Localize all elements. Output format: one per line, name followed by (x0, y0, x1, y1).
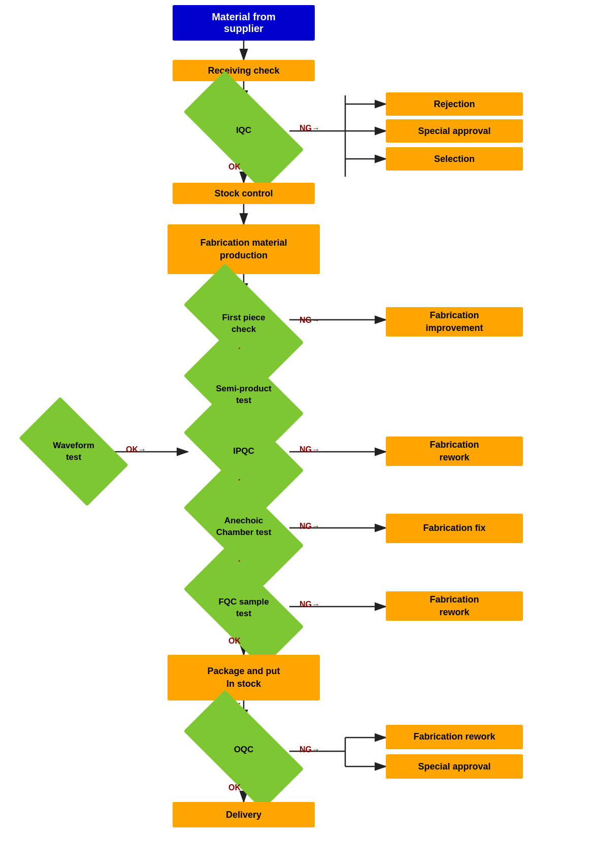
package-label: Package and putIn stock (207, 665, 280, 690)
material-from-supplier-box: Material from supplier (173, 5, 315, 41)
iqc-diamond: IQC (188, 102, 300, 160)
oqc-ok-label: OK (228, 783, 241, 792)
first-piece-ng-label: NG→ (300, 316, 320, 325)
receiving-check-label: Receiving check (208, 65, 279, 76)
special-approval-oqc-label: Special approval (418, 761, 490, 772)
receiving-check-box: Receiving check (173, 60, 315, 81)
waveform-ok-label: OK→ (126, 445, 146, 454)
rejection-label: Rejection (434, 99, 475, 110)
oqc-label: OQC (234, 744, 254, 755)
fabrication-material-box: Fabrication materialproduction (168, 224, 320, 274)
fqc-sample-test-diamond: FQC sampletest (188, 579, 300, 637)
first-piece-check-label: First piececheck (222, 312, 265, 335)
first-piece-check-diamond: First piececheck (188, 294, 300, 353)
material-from-supplier-label: Material from supplier (212, 11, 276, 35)
oqc-diamond: OQC (188, 721, 300, 779)
fqc-sample-test-label: FQC sampletest (218, 596, 269, 619)
fabrication-material-label: Fabrication materialproduction (200, 237, 287, 262)
fabrication-rework-ipqc-box: Fabricationrework (386, 437, 523, 466)
stock-control-box: Stock control (173, 183, 315, 204)
waveform-test-diamond: Waveformtest (25, 422, 122, 481)
fabrication-fix-label: Fabrication fix (423, 522, 485, 535)
waveform-test-label: Waveformtest (53, 440, 94, 462)
fqc-ng-label: NG→ (300, 600, 320, 609)
anechoic-chamber-diamond: AnechoicChamber test (188, 497, 300, 556)
special-approval-oqc-box: Special approval (386, 754, 523, 779)
selection-box: Selection (386, 147, 523, 171)
fabrication-fix-box: Fabrication fix (386, 514, 523, 543)
special-approval-iqc-box: Special approval (386, 119, 523, 143)
package-box: Package and putIn stock (168, 655, 320, 700)
fqc-ok-label: OK (228, 637, 241, 646)
iqc-label: IQC (236, 125, 251, 136)
delivery-label: Delivery (226, 810, 261, 820)
fabrication-improvement-label: Fabrication improvement (425, 309, 483, 335)
rejection-box: Rejection (386, 92, 523, 116)
flowchart: Material from supplier Receiving check I… (0, 0, 594, 868)
anechoic-ng-label: NG→ (300, 522, 320, 531)
iqc-ok-label: OK (228, 162, 241, 172)
selection-label: Selection (434, 154, 475, 164)
iqc-ng-label: NG→ (300, 124, 320, 133)
stock-control-label: Stock control (214, 188, 273, 199)
ipqc-ng-label: NG→ (300, 445, 320, 454)
fabrication-rework-fqc-box: Fabricationrework (386, 591, 523, 621)
anechoic-chamber-label: AnechoicChamber test (216, 515, 272, 538)
ipqc-diamond: IPQC (188, 422, 300, 481)
fabrication-rework-fqc-label: Fabricationrework (430, 593, 479, 619)
oqc-ng-label: NG→ (300, 745, 320, 754)
semi-product-test-label: Semi-producttest (216, 383, 272, 406)
fabrication-rework-ipqc-label: Fabricationrework (430, 439, 479, 464)
fabrication-rework-oqc-label: Fabrication rework (413, 730, 495, 743)
delivery-box: Delivery (173, 802, 315, 827)
fabrication-improvement-box: Fabrication improvement (386, 307, 523, 337)
fabrication-rework-oqc-box: Fabrication rework (386, 725, 523, 749)
ipqc-label: IPQC (233, 446, 254, 457)
special-approval-iqc-label: Special approval (418, 126, 490, 137)
